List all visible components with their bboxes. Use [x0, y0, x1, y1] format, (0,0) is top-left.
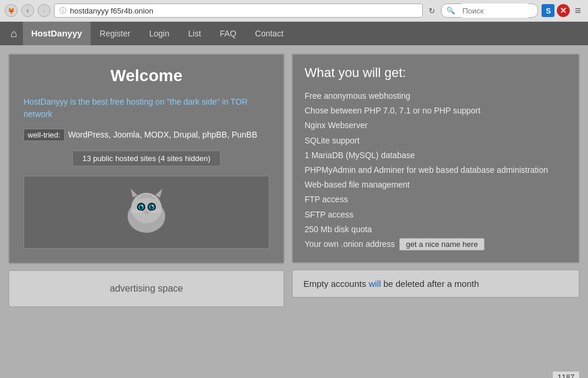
nav-login[interactable]: Login [140, 22, 179, 45]
list-item: SFTP access [305, 208, 567, 222]
list-item: SQLite support [305, 133, 567, 148]
browser-back-button[interactable]: 🦊 [5, 4, 18, 17]
nav-faq[interactable]: FAQ [211, 22, 246, 45]
cat-image-container [24, 176, 269, 249]
page-counter-area: 1187 [0, 369, 588, 378]
cat-image [120, 186, 173, 239]
well-tried-badge: well-tried: [24, 129, 65, 141]
nice-name-button[interactable]: get a nice name here [399, 238, 484, 250]
svg-point-13 [152, 205, 153, 207]
hosted-sites-button[interactable]: 13 public hosted sites (4 sites hidden) [72, 150, 220, 166]
nav-contact[interactable]: Contact [246, 22, 293, 45]
browser-toolbar: 🦊 ‹ › ⓘ hostdanyyy f65r4b.onion ↻ 🔍 S ✕ … [0, 0, 588, 21]
list-item: Your own .onion address get a nice name … [305, 237, 567, 252]
empty-accounts-highlight: will [369, 279, 381, 289]
well-tried-text: WordPress, Joomla, MODX, Drupal, phpBB, … [68, 129, 258, 141]
page-content: Welcome HostDanyyy is the best free host… [0, 45, 588, 369]
welcome-title: Welcome [24, 66, 269, 85]
browser-menu-button[interactable]: ≡ [572, 5, 583, 17]
list-item: PHPMyAdmin and Adminer for web based dat… [305, 163, 567, 178]
stop-icon[interactable]: ✕ [557, 4, 570, 17]
empty-accounts-text-after: be deleted after a month [381, 279, 479, 289]
welcome-box: Welcome HostDanyyy is the best free host… [8, 53, 285, 264]
url-display: hostdanyyy f65r4b.onion [70, 6, 153, 15]
right-panel: What you will get: Free anonymous webhos… [292, 53, 580, 360]
nav-list[interactable]: List [179, 22, 211, 45]
features-title: What you will get: [305, 65, 567, 81]
nav-register[interactable]: Register [91, 22, 140, 45]
list-item: 1 MariaDB (MySQL) database [305, 148, 567, 163]
browser-back-nav-button[interactable]: ‹ [21, 4, 34, 17]
features-list: Free anonymous webhosting Chose between … [305, 89, 567, 252]
svg-point-12 [141, 205, 143, 207]
refresh-button[interactable]: ↻ [426, 6, 437, 15]
list-item: Nginx Webserver [305, 118, 567, 133]
site-brand[interactable]: HostDanyyy [23, 22, 91, 45]
browser-chrome: 🦊 ‹ › ⓘ hostdanyyy f65r4b.onion ↻ 🔍 S ✕ … [0, 0, 588, 22]
welcome-description: HostDanyyy is the best free hosting on "… [24, 96, 269, 121]
empty-accounts-text-before: Empty accounts [303, 279, 369, 289]
features-box: What you will get: Free anonymous webhos… [292, 53, 580, 263]
list-item: Free anonymous webhosting [305, 89, 567, 103]
advertising-box: advertising space [8, 270, 285, 307]
browser-addon-icons: S ✕ ≡ [542, 4, 583, 17]
browser-search-input[interactable] [457, 4, 533, 18]
list-item: Chose between PHP 7.0, 7.1 or no PHP sup… [305, 103, 567, 118]
list-item: FTP access [305, 192, 567, 207]
advertising-text: advertising space [110, 283, 183, 294]
list-item: 250 Mb disk quota [305, 222, 567, 237]
empty-accounts-box: Empty accounts will be deleted after a m… [292, 269, 580, 298]
left-panel: Welcome HostDanyyy is the best free host… [8, 53, 285, 360]
skype-icon[interactable]: S [542, 4, 554, 17]
well-tried-row: well-tried: WordPress, Joomla, MODX, Dru… [24, 129, 269, 141]
list-item: Web-based file management [305, 178, 567, 192]
security-icon: ⓘ [59, 6, 66, 16]
home-nav-button[interactable]: ⌂ [5, 28, 23, 40]
counter-badge: 1187 [552, 371, 580, 378]
navigation-bar: ⌂ HostDanyyy Register Login List FAQ Con… [0, 22, 588, 45]
browser-forward-button[interactable]: › [38, 4, 51, 17]
search-icon: 🔍 [446, 6, 455, 15]
